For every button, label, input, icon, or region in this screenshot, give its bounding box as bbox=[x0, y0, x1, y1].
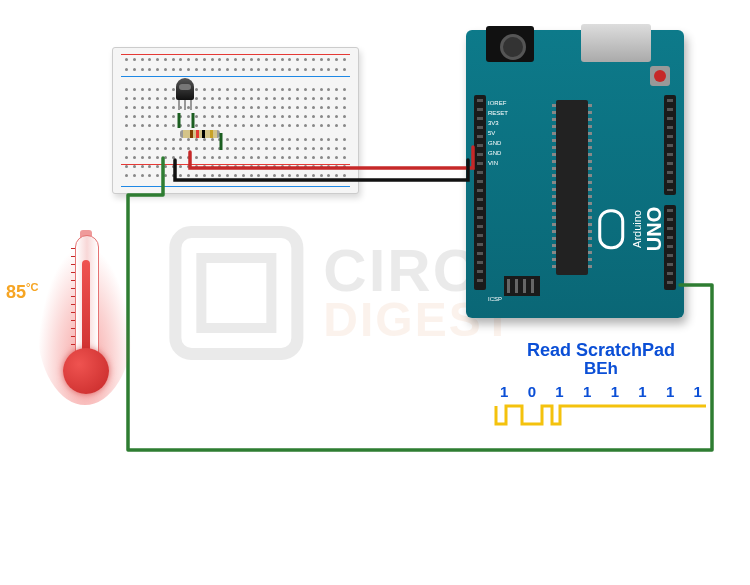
arduino-board: Arduino UNO IOREF RESET 3V3 5V GND GND V… bbox=[466, 30, 684, 318]
pin-label: GND bbox=[488, 140, 501, 146]
bit: 1 bbox=[500, 383, 508, 400]
signal-waveform bbox=[492, 402, 710, 430]
breadboard bbox=[112, 47, 359, 194]
temp-value: 85 bbox=[6, 282, 26, 302]
bit: 1 bbox=[611, 383, 619, 400]
signal-panel: Read ScratchPad BEh 1 0 1 1 1 1 1 1 bbox=[492, 340, 710, 430]
model-label: UNO bbox=[643, 207, 666, 251]
signal-hex: BEh bbox=[492, 359, 710, 379]
arduino-logo: Arduino UNO bbox=[598, 207, 666, 251]
power-jack bbox=[486, 26, 534, 62]
bb-rail-bot-neg bbox=[121, 186, 350, 187]
watermark-chip-icon bbox=[169, 226, 303, 360]
signal-title: Read ScratchPad bbox=[492, 340, 710, 361]
power-analog-header[interactable] bbox=[474, 95, 486, 290]
icsp-header[interactable] bbox=[504, 276, 540, 296]
thermometer-icon bbox=[45, 230, 125, 415]
bb-rail-top-neg bbox=[121, 76, 350, 77]
pin-label: 3V3 bbox=[488, 120, 499, 126]
pin-label: GND bbox=[488, 150, 501, 156]
usb-port bbox=[581, 24, 651, 62]
bb-rail-top-pos bbox=[121, 54, 350, 55]
pin-label: VIN bbox=[488, 160, 498, 166]
bit: 1 bbox=[555, 383, 563, 400]
reset-button[interactable] bbox=[650, 66, 670, 86]
icsp-label: ICSP bbox=[488, 296, 502, 302]
bit: 1 bbox=[583, 383, 591, 400]
bit: 1 bbox=[666, 383, 674, 400]
brand-label: Arduino bbox=[631, 207, 643, 251]
bit: 1 bbox=[694, 383, 702, 400]
pin-label: 5V bbox=[488, 130, 495, 136]
digital-header-1[interactable] bbox=[664, 95, 676, 195]
pin-label: IOREF bbox=[488, 100, 506, 106]
bit: 1 bbox=[638, 383, 646, 400]
temperature-sensor bbox=[176, 78, 194, 100]
pin-label: RESET bbox=[488, 110, 508, 116]
infinity-icon bbox=[598, 209, 624, 249]
signal-bits-row: 1 0 1 1 1 1 1 1 bbox=[492, 379, 710, 400]
bit: 0 bbox=[528, 383, 536, 400]
temperature-readout: 85°C bbox=[6, 281, 38, 303]
pullup-resistor bbox=[180, 130, 220, 138]
temp-unit: °C bbox=[26, 281, 38, 293]
microcontroller-chip bbox=[556, 100, 588, 275]
